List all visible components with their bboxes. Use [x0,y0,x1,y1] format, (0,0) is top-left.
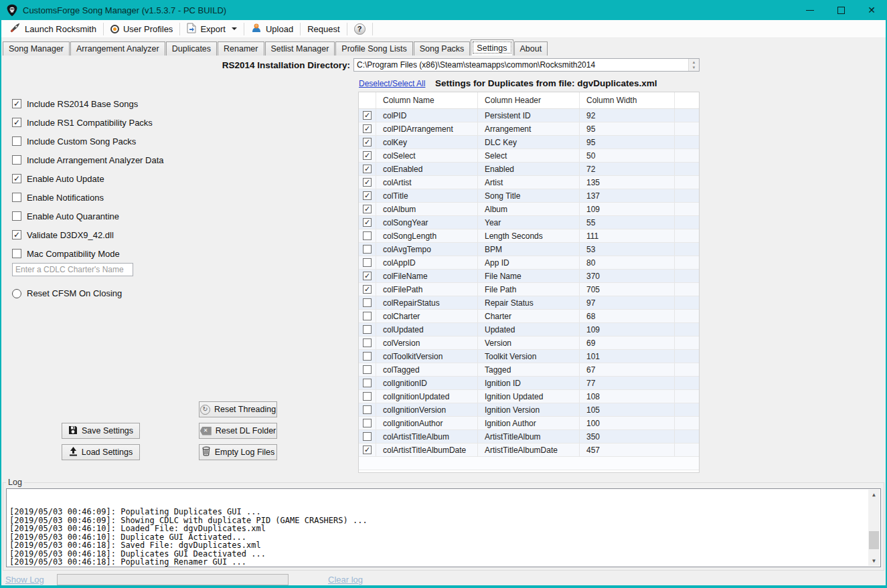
checkbox-icon[interactable]: ✓ [363,272,372,280]
checkbox-icon[interactable]: ✓ [363,178,372,187]
grid-row-colversion[interactable]: colVersionVersion69 [359,336,699,350]
checkbox-icon[interactable]: ✓ [363,285,372,294]
option-enable-auto-quarantine[interactable]: Enable Auto Quarantine [12,207,233,225]
minimize-button[interactable] [795,0,825,20]
checkbox-icon[interactable]: ✓ [363,124,372,133]
checkbox-icon[interactable] [363,298,372,307]
checkbox-icon[interactable] [363,352,372,361]
checkbox-icon[interactable]: ✓ [363,165,372,173]
save-settings-button[interactable]: Save Settings [62,423,140,439]
scroll-up-icon[interactable]: ▲ [868,490,880,500]
option-include-rs2014-base-songs[interactable]: ✓Include RS2014 Base Songs [12,94,233,113]
option-mac-compatibility-mode[interactable]: Mac Compatibility Mode [12,244,233,263]
option-include-rs1-compatibility-packs[interactable]: ✓Include RS1 Compatibility Packs [12,113,233,132]
grid-header-column-width[interactable]: Column Width [580,92,675,108]
checkbox-icon[interactable]: ✓ [12,99,21,108]
checkbox-icon[interactable] [363,258,372,267]
checkbox-icon[interactable]: ✓ [363,111,372,120]
grid-row-colupdated[interactable]: colUpdatedUpdated109 [359,323,699,336]
checkbox-icon[interactable] [363,379,372,387]
clear-log-link[interactable]: Clear log [328,575,363,585]
grid-row-colpid[interactable]: ✓colPIDPersistent ID92 [359,109,699,122]
grid-row-colartisttitlealbumdate[interactable]: ✓colArtistTitleAlbumDateArtistTitleAlbum… [359,444,699,457]
reset-cfsm-radio-row[interactable]: Reset CFSM On Closing [12,288,122,298]
tab-about[interactable]: About [514,41,548,56]
checkbox-icon[interactable] [12,136,21,146]
spinner-arrows-icon[interactable]: ▲▼ [688,59,699,71]
checkbox-icon[interactable] [363,392,372,401]
checkbox-icon[interactable] [12,155,21,165]
grid-row-colkey[interactable]: ✓colKeyDLC Key95 [359,136,699,149]
grid-row-colavgtempo[interactable]: colAvgTempoBPM53 [359,243,699,256]
empty-log-files-button[interactable]: Empty Log Files [199,444,277,460]
user-profiles-button[interactable]: User Profiles [108,23,175,35]
charter-name-input[interactable] [12,263,133,276]
install-dir-input[interactable] [353,58,700,72]
log-scrollbar[interactable]: ▲ ▼ [868,490,880,566]
checkbox-icon[interactable]: ✓ [12,174,21,183]
grid-row-coltitle[interactable]: ✓colTitleSong Title137 [359,189,699,203]
radio-button-icon[interactable] [12,289,21,298]
maximize-button[interactable] [825,0,856,20]
checkbox-icon[interactable] [12,249,21,258]
checkbox-icon[interactable] [363,432,372,441]
checkbox-icon[interactable]: ✓ [363,138,372,146]
tab-song-manager[interactable]: Song Manager [3,41,70,56]
load-settings-button[interactable]: Load Settings [62,444,140,460]
tab-song-packs[interactable]: Song Packs [414,41,471,56]
grid-row-colignitionid[interactable]: colIgnitionIDIgnition ID77 [359,377,699,390]
request-button[interactable]: Request [305,23,342,35]
tab-setlist-manager[interactable]: Setlist Manager [265,41,335,56]
grid-row-colappid[interactable]: colAppIDApp ID80 [359,256,699,270]
grid-row-colselect[interactable]: ✓colSelectSelect50 [359,149,699,163]
checkbox-icon[interactable]: ✓ [12,230,21,239]
tab-duplicates[interactable]: Duplicates [166,41,217,56]
checkbox-icon[interactable] [363,325,372,334]
checkbox-icon[interactable] [363,312,372,320]
option-validate-d3dx9-42-dll[interactable]: ✓Validate D3DX9_42.dll [12,225,233,244]
show-log-link[interactable]: Show Log [5,575,44,585]
option-include-custom-song-packs[interactable]: Include Custom Song Packs [12,132,233,151]
upload-button[interactable]: Upload [248,21,296,37]
grid-row-coltoolkitversion[interactable]: colToolkitVersionToolkit Version101 [359,350,699,363]
grid-row-colcharter[interactable]: colCharterCharter68 [359,310,699,323]
grid-row-colsongyear[interactable]: ✓colSongYearYear55 [359,216,699,229]
help-button[interactable]: ? [351,22,368,36]
checkbox-icon[interactable] [363,338,372,347]
grid-row-coltagged[interactable]: colTaggedTagged67 [359,363,699,377]
checkbox-icon[interactable]: ✓ [363,218,372,227]
grid-header-column-header[interactable]: Column Header [478,92,580,108]
close-button[interactable]: ✕ [856,0,887,20]
grid-row-colenabled[interactable]: ✓colEnabledEnabled72 [359,163,699,176]
checkbox-icon[interactable] [12,193,21,202]
option-enable-notifications[interactable]: Enable Notifications [12,188,233,207]
deselect-select-all-link[interactable]: Deselect/Select All [359,79,425,88]
grid-row-colignitionupdated[interactable]: colIgnitionUpdatedIgnition Updated108 [359,390,699,403]
scrollbar-thumb[interactable] [869,531,879,549]
scroll-down-icon[interactable]: ▼ [868,556,880,566]
grid-row-colalbum[interactable]: ✓colAlbumAlbum109 [359,203,699,216]
grid-row-colignitionauthor[interactable]: colIgnitionAuthorIgnition Author100 [359,417,699,430]
checkbox-icon[interactable] [363,405,372,414]
reset-threading-button[interactable]: ↻ Reset Threading [199,401,277,417]
tab-arrangement-analyzer[interactable]: Arrangement Analyzer [70,41,165,56]
tab-settings[interactable]: Settings [471,39,513,56]
export-button[interactable]: Export [184,21,240,37]
grid-header-column-name[interactable]: Column Name [376,92,478,108]
checkbox-icon[interactable] [12,211,21,221]
grid-row-colignitionversion[interactable]: colIgnitionVersionIgnition Version105 [359,403,699,417]
checkbox-icon[interactable] [363,231,372,240]
launch-rocksmith-button[interactable]: Launch Rocksmith [7,21,99,37]
checkbox-icon[interactable] [363,365,372,374]
tab-profile-song-lists[interactable]: Profile Song Lists [335,41,412,56]
option-include-arrangement-analyzer-data[interactable]: Include Arrangement Analyzer Data [12,151,233,169]
checkbox-icon[interactable]: ✓ [363,191,372,200]
tab-renamer[interactable]: Renamer [218,41,264,56]
grid-row-colpidarrangement[interactable]: ✓colPIDArrangementArrangement95 [359,122,699,136]
option-enable-auto-update[interactable]: ✓Enable Auto Update [12,169,233,188]
reset-dl-folder-button[interactable]: ✕ Reset DL Folder [199,423,277,439]
checkbox-icon[interactable]: ✓ [12,118,21,127]
grid-row-colfilename[interactable]: ✓colFileNameFile Name370 [359,270,699,283]
checkbox-icon[interactable]: ✓ [363,446,372,454]
checkbox-icon[interactable] [363,419,372,427]
